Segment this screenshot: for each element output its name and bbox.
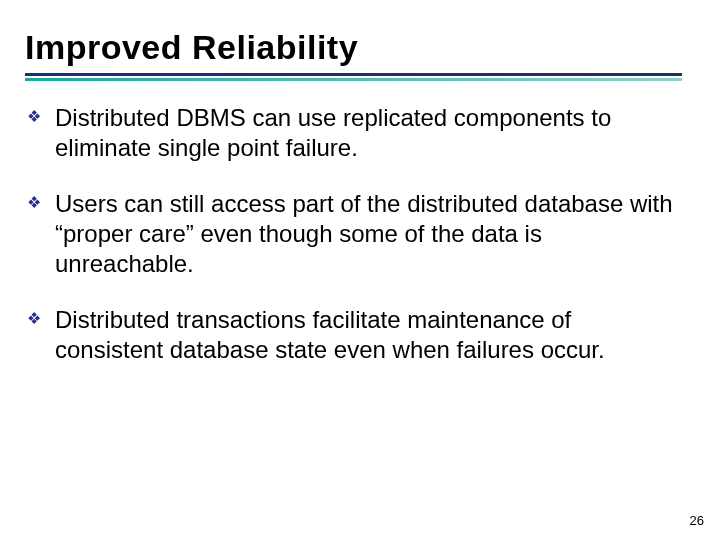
title-underline xyxy=(25,73,682,81)
underline-teal xyxy=(25,78,682,81)
diamond-bullet-icon: ❖ xyxy=(25,189,55,217)
bullet-list: ❖ Distributed DBMS can use replicated co… xyxy=(25,103,682,365)
slide-title: Improved Reliability xyxy=(25,28,682,67)
list-item-text: Users can still access part of the distr… xyxy=(55,189,682,279)
list-item: ❖ Users can still access part of the dis… xyxy=(25,189,682,279)
list-item-text: Distributed DBMS can use replicated comp… xyxy=(55,103,682,163)
list-item-text: Distributed transactions facilitate main… xyxy=(55,305,682,365)
page-number: 26 xyxy=(690,513,704,528)
diamond-bullet-icon: ❖ xyxy=(25,305,55,333)
diamond-bullet-icon: ❖ xyxy=(25,103,55,131)
slide: Improved Reliability ❖ Distributed DBMS … xyxy=(0,0,720,540)
list-item: ❖ Distributed DBMS can use replicated co… xyxy=(25,103,682,163)
underline-navy xyxy=(25,73,682,76)
list-item: ❖ Distributed transactions facilitate ma… xyxy=(25,305,682,365)
